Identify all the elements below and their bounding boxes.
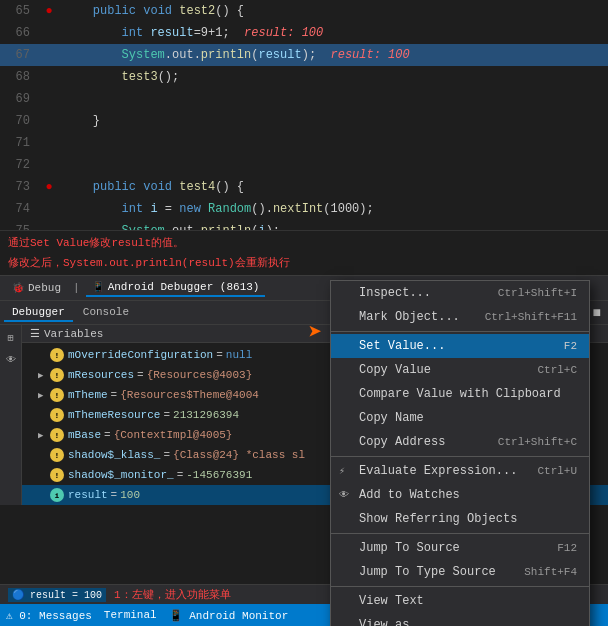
menu-evaluate[interactable]: ⚡ Evaluate Expression... Ctrl+U (331, 459, 589, 483)
menu-copy-name[interactable]: Copy Name (331, 406, 589, 430)
code-editor: 65 ● public void test2() { 66 int result… (0, 0, 608, 230)
menu-sep-2 (331, 456, 589, 457)
code-line-68: 68 test3(); (0, 66, 608, 88)
code-line-73: 73 ● public void test4() { (0, 176, 608, 198)
debug-tab[interactable]: 🐞 Debug (6, 280, 67, 296)
code-line-70: 70 } (0, 110, 608, 132)
annotation-area: 通过Set Value修改result的值。 修改之后，System.out.p… (0, 230, 608, 275)
frames-btn[interactable]: ⊞ (2, 329, 20, 347)
menu-add-watches[interactable]: 👁 Add to Watches (331, 483, 589, 507)
code-line-65: 65 ● public void test2() { (0, 0, 608, 22)
arrow-indicator: ➤ (308, 318, 322, 347)
menu-sep-1 (331, 331, 589, 332)
menu-view-text[interactable]: View Text (331, 589, 589, 613)
code-line-75: 75 System.out.println(i); (0, 220, 608, 230)
bottom-hint-text: 1：左键，进入功能菜单 (114, 587, 231, 602)
menu-sep-3 (331, 533, 589, 534)
menu-inspect[interactable]: Inspect... Ctrl+Shift+I (331, 281, 589, 305)
watches-btn[interactable]: 👁 (2, 351, 20, 369)
menu-view-as[interactable]: View as (331, 613, 589, 626)
menu-copy-address[interactable]: Copy Address Ctrl+Shift+C (331, 430, 589, 454)
menu-jump-type-source[interactable]: Jump To Type Source Shift+F4 (331, 560, 589, 584)
result-var-name: result (68, 489, 108, 501)
menu-show-referring[interactable]: Show Referring Objects (331, 507, 589, 531)
annotation-line2: 修改之后，System.out.println(result)会重新执行 (0, 253, 608, 273)
stop-btn[interactable]: ■ (590, 304, 604, 322)
menu-mark-object[interactable]: Mark Object... Ctrl+Shift+F11 (331, 305, 589, 329)
console-tab[interactable]: Console (75, 304, 137, 322)
menu-copy-value[interactable]: Copy Value Ctrl+C (331, 358, 589, 382)
menu-compare-value[interactable]: Compare Value with Clipboard (331, 382, 589, 406)
code-line-72: 72 (0, 154, 608, 176)
code-line-67: 67 System.out.println(result); result: 1… (0, 44, 608, 66)
code-line-69: 69 (0, 88, 608, 110)
code-line-66: 66 int result=9+1; result: 100 (0, 22, 608, 44)
menu-jump-source[interactable]: Jump To Source F12 (331, 536, 589, 560)
status-messages[interactable]: ⚠ 0: Messages (6, 609, 92, 622)
context-menu: Inspect... Ctrl+Shift+I Mark Object... C… (330, 280, 590, 626)
code-line-74: 74 int i = new Random().nextInt(1000); (0, 198, 608, 220)
annotation-line1: 通过Set Value修改result的值。 (0, 233, 608, 253)
result-badge: 🔵 result = 100 (8, 588, 106, 602)
debug-left-sidebar: ⊞ 👁 (0, 325, 22, 505)
menu-set-value[interactable]: Set Value... F2 (331, 334, 589, 358)
status-android-monitor[interactable]: 📱 Android Monitor (169, 609, 289, 622)
android-debugger-tab[interactable]: 📱 Android Debugger (8613) (86, 279, 266, 297)
status-terminal[interactable]: Terminal (104, 609, 157, 621)
menu-sep-4 (331, 586, 589, 587)
debugger-tab[interactable]: Debugger (4, 304, 73, 322)
code-line-71: 71 (0, 132, 608, 154)
